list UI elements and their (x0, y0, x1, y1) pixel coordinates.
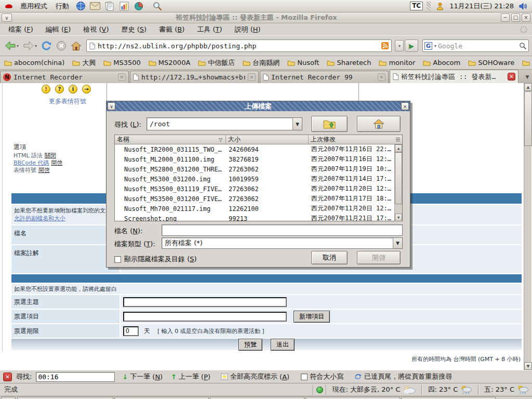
google-engine-icon[interactable]: G (424, 42, 432, 50)
bookmark-folder-abocom-china[interactable]: abocom(china) (4, 59, 64, 66)
search-input[interactable] (438, 42, 517, 50)
chart-launcher-icon[interactable] (118, 1, 130, 12)
scroll-up-icon[interactable]: ▲ (395, 144, 402, 152)
search-launcher-icon[interactable] (152, 1, 163, 12)
window-titlebar[interactable]: ∨ 裕笠科技討論專區 :: 發表新主題 - Mozilla Firefox − … (0, 12, 532, 23)
stop-button[interactable] (55, 37, 68, 54)
tab-internet-recorder-99[interactable]: Internet Recorder 99 ✕ (260, 71, 389, 83)
panel-drag-handle[interactable] (427, 2, 431, 11)
file-row[interactable]: Nusoft_MS3500_031200_FIVE…27263062西元2007… (115, 194, 402, 204)
actions-menu[interactable]: 行動 (53, 1, 72, 11)
restore-button[interactable]: □ (511, 14, 520, 22)
redhat-menu-icon[interactable] (3, 1, 15, 12)
scrollbar-thumb[interactable] (524, 91, 532, 146)
poll-title-input[interactable] (123, 297, 287, 307)
email-launcher-icon[interactable] (89, 1, 101, 12)
tab-close-icon[interactable]: ✕ (378, 73, 385, 81)
allowed-extensions-link[interactable]: 允許的副檔名和大小 (14, 215, 65, 222)
tab-close-icon[interactable]: ✕ (118, 73, 126, 81)
dialog-filename-input[interactable] (162, 224, 403, 236)
window-menu-button[interactable]: ∨ (2, 14, 12, 22)
combo-arrow-icon[interactable]: ▼ (393, 238, 402, 248)
tab-forum-active[interactable]: 裕笠科技討論專區 :: 發表新… ✕ (390, 70, 518, 83)
checkbox-icon[interactable] (114, 256, 121, 263)
add-poll-option-button[interactable]: 新增項目 (294, 311, 330, 323)
scrollbar-thumb[interactable] (395, 152, 402, 204)
combo-arrow-icon[interactable]: ▼ (292, 118, 302, 130)
user-switcher-icon[interactable] (434, 1, 446, 12)
page-scrollbar[interactable]: ▲ ▼ (524, 83, 531, 370)
home-folder-button[interactable] (357, 116, 401, 132)
show-hidden-checkbox[interactable]: 顯示隱藏檔案及目錄 S (114, 255, 197, 264)
dialog-window-menu-button[interactable]: ∨ (108, 102, 115, 110)
tab-internet-recorder[interactable]: N Internet Recorder ✕ (0, 71, 129, 83)
applications-menu[interactable]: 應用程式 (18, 1, 50, 11)
poll-length-input[interactable] (123, 326, 139, 336)
taskbar-button[interactable] (17, 397, 113, 399)
volume-icon[interactable] (517, 1, 529, 12)
open-button[interactable]: 開啓 (357, 251, 401, 264)
smiley-exclaim-icon[interactable]: ! (42, 85, 50, 94)
file-row[interactable]: Nusoft_MS300_031200.img10019959西元2007年11… (115, 174, 402, 184)
bookmark-folder-zhongxin[interactable]: 中信飯店 (198, 58, 235, 68)
taskbar-button[interactable] (1, 397, 16, 399)
bookmark-folder-daxing[interactable]: 大興 (72, 58, 96, 68)
find-input[interactable] (36, 372, 115, 382)
bookmark-folder-sohoware[interactable]: SOHOware (468, 59, 514, 66)
tab-showmacs[interactable]: http://172.19…+showmacs+br0 ✕ (130, 71, 259, 83)
submit-button[interactable]: 送出 (271, 339, 295, 351)
tab-close-icon[interactable]: ✕ (248, 73, 256, 81)
menu-bookmarks[interactable]: 書籤 B (153, 23, 191, 36)
bookmark-folder-abocom[interactable]: Abocom (423, 59, 460, 66)
column-header-modified[interactable]: 上次修改 (309, 135, 394, 144)
menu-view[interactable]: 檢視 V (77, 23, 115, 36)
scroll-down-icon[interactable]: ▼ (524, 362, 532, 370)
menu-help[interactable]: 説明 H (229, 23, 267, 36)
url-bar[interactable] (86, 39, 392, 52)
dialog-close-icon[interactable]: × (401, 102, 409, 110)
smiley-question-icon[interactable]: ? (55, 85, 64, 94)
smiley-idea-icon[interactable]: i (69, 85, 77, 94)
file-row[interactable]: Nusoft_Mh700_021117.img12262100西元2007年11… (115, 204, 402, 214)
scroll-down-icon[interactable]: ▼ (395, 214, 402, 221)
bookmark-folder-tainan[interactable]: 台南縣網 (243, 58, 280, 68)
bookmark-folder-ms2000a[interactable]: MS2000A (149, 59, 190, 66)
option-smilies-state[interactable]: 開啓 (38, 167, 50, 174)
forward-button[interactable]: ▾ (21, 37, 38, 54)
rss-feed-icon[interactable] (381, 42, 389, 49)
reload-button[interactable] (39, 37, 54, 54)
go-button[interactable]: ▶ (405, 39, 418, 52)
match-case-checkbox[interactable]: 符合大小寫 (301, 372, 343, 381)
tab-list-dropdown-icon[interactable]: ▼ (523, 71, 532, 83)
bookmark-folder-ms3500[interactable]: MS3500 (103, 59, 141, 66)
more-smilies-link[interactable]: 更多表情符號 (49, 97, 86, 106)
tab-close-icon[interactable]: ✕ (508, 73, 515, 81)
scroll-up-icon[interactable]: ▲ (524, 83, 532, 91)
menu-tools[interactable]: 工具 T (191, 23, 228, 36)
input-method-indicator[interactable]: TC (410, 2, 423, 10)
menu-edit[interactable]: 編輯 E (39, 23, 77, 36)
bookmark-folder-monitor[interactable]: monitor (379, 59, 415, 66)
back-button[interactable]: ▾ (3, 37, 20, 54)
bookmark-folder-sharetech[interactable]: Sharetech (327, 59, 371, 66)
menu-file[interactable]: 檔案 F (2, 23, 39, 36)
taskbar-button[interactable] (114, 397, 209, 399)
bookmark-folder-ir[interactable]: IR (522, 59, 532, 66)
weather-now[interactable]: 現在: 大部多云, 20° C (329, 385, 419, 394)
weather-thursday[interactable]: 四: 23° C (425, 385, 475, 394)
taskbar-button[interactable] (210, 397, 304, 399)
online-status-icon[interactable] (316, 387, 323, 393)
checkbox-icon[interactable] (301, 374, 308, 380)
url-dropdown-button[interactable]: ▾ (395, 40, 404, 51)
file-row[interactable]: Nusoft_MS2800_031200_THRE…27263062西元2007… (115, 164, 402, 174)
minimize-button[interactable]: − (501, 14, 510, 22)
weather-friday[interactable]: 五: 23° C (482, 385, 532, 394)
find-prev-button[interactable]: ↑上一筆P (171, 372, 210, 381)
option-bbcode-state[interactable]: 開啓 (51, 159, 63, 166)
menu-history[interactable]: 歷史 S (115, 23, 153, 36)
search-engine-dropdown-icon[interactable]: ▾ (434, 44, 436, 48)
search-bar[interactable]: G ▾ (422, 39, 529, 52)
file-row[interactable]: Screenshot.png99213西元2007年11月21日 17:… (115, 214, 402, 221)
bookmark-folder-nusoft[interactable]: Nusoft (287, 59, 319, 66)
file-row[interactable]: Nusoft_MS3500_031119_FIVE…27263062西元2007… (115, 184, 402, 194)
